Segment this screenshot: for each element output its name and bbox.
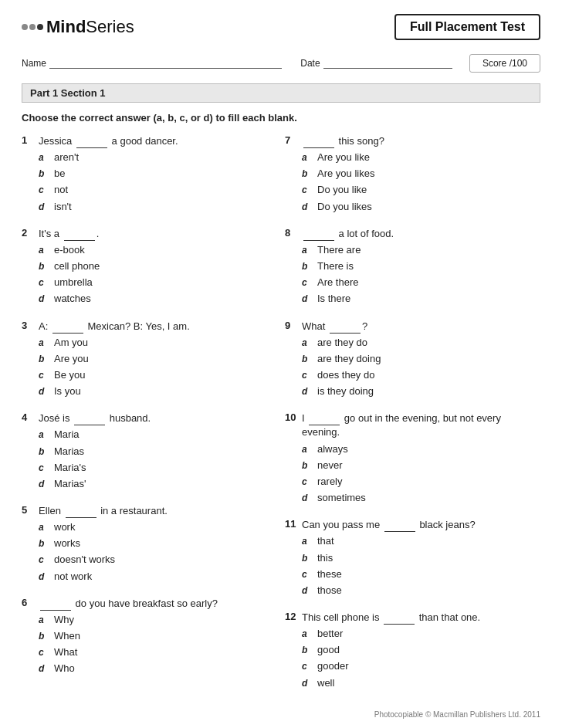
question-number: 7 — [285, 134, 302, 146]
date-field: Date — [300, 58, 452, 69]
option-row: cumbrella — [39, 275, 277, 290]
option-letter: b — [302, 352, 314, 367]
option-row: aaren't — [39, 150, 277, 165]
option-letter: a — [39, 428, 51, 442]
question-row: 2It's a . — [22, 227, 277, 241]
option-text: Marias' — [54, 476, 86, 492]
option-text: work — [54, 520, 75, 535]
option-text: these — [317, 567, 342, 582]
option-row: cAre there — [302, 275, 540, 290]
dot2 — [29, 24, 36, 30]
options-list: aworkbworkscdoesn't worksdnot work — [39, 520, 277, 584]
options-list: athatbthiscthesedthose — [302, 533, 540, 598]
option-text: Are you like — [317, 150, 370, 165]
question-number: 9 — [285, 320, 302, 331]
option-row: athat — [302, 533, 540, 549]
question-text: A: Mexican? B: Yes, I am. — [39, 320, 277, 334]
option-row: bnever — [302, 458, 540, 473]
option-text: Are you — [54, 351, 89, 367]
name-label: Name — [22, 58, 46, 69]
question-block: 6 do you have breakfast so early?aWhybWh… — [22, 597, 277, 677]
option-row: bMarias — [39, 444, 277, 459]
header: Mind Series Full Placement Test — [22, 14, 540, 40]
question-row: 4José is husband. — [22, 411, 277, 425]
option-letter: d — [302, 384, 314, 399]
questions-left-col: 1Jessica a good dancer.aaren'tbbecnotdis… — [22, 134, 285, 703]
option-letter: b — [302, 167, 314, 181]
question-text: This cell phone is than that one. — [302, 611, 540, 625]
question-text: Jessica a good dancer. — [39, 134, 277, 148]
option-text: Who — [54, 661, 75, 676]
question-row: 10I go out in the evening, but not every… — [285, 411, 540, 439]
question-row: 8 a lot of food. — [285, 227, 540, 241]
option-row: dnot work — [39, 569, 277, 584]
blank — [74, 415, 105, 425]
blank — [66, 508, 96, 518]
option-letter: a — [302, 243, 314, 258]
option-text: rarely — [317, 474, 343, 489]
option-text: sometimes — [317, 490, 366, 506]
option-text: There is — [317, 259, 354, 274]
logo-dots — [22, 24, 45, 30]
question-text: José is husband. — [39, 411, 277, 425]
option-letter: d — [39, 477, 51, 492]
dot3 — [37, 24, 43, 30]
option-text: is they doing — [317, 384, 374, 399]
option-row: bbe — [39, 166, 277, 181]
options-list: aMariabMariascMaria'sdMarias' — [39, 427, 277, 492]
option-text: Be you — [54, 367, 85, 383]
option-row: aWhy — [39, 612, 277, 628]
option-text: not work — [54, 569, 92, 584]
question-text: What ? — [302, 320, 540, 334]
option-row: aAre you like — [302, 150, 540, 165]
option-text: aren't — [54, 150, 79, 165]
option-text: never — [317, 458, 343, 473]
question-text: a lot of food. — [302, 227, 540, 241]
option-letter: d — [302, 676, 314, 691]
option-text: well — [317, 676, 334, 691]
option-letter: d — [39, 292, 51, 306]
option-letter: c — [39, 461, 51, 476]
option-text: good — [317, 642, 340, 658]
options-list: aWhybWhencWhatdWho — [39, 612, 277, 677]
option-letter: d — [302, 200, 314, 215]
option-letter: b — [302, 259, 314, 274]
option-row: disn't — [39, 199, 277, 215]
option-row: cDo you like — [302, 182, 540, 198]
option-row: dMarias' — [39, 476, 277, 492]
question-block: 7 this song?aAre you likebAre you likesc… — [285, 134, 540, 215]
option-letter: d — [39, 384, 51, 399]
question-number: 4 — [22, 411, 39, 423]
logo-series-text: Series — [86, 17, 134, 37]
option-letter: a — [39, 243, 51, 258]
question-number: 3 — [22, 320, 39, 331]
section-label: Part 1 Section 1 — [30, 87, 106, 99]
option-row: cBe you — [39, 367, 277, 383]
option-letter: c — [302, 659, 314, 674]
option-row: aAm you — [39, 335, 277, 350]
option-text: better — [317, 626, 343, 642]
option-row: bare they doing — [302, 351, 540, 367]
question-row: 6 do you have breakfast so early? — [22, 597, 277, 611]
question-number: 6 — [22, 597, 39, 608]
option-text: Maria's — [54, 460, 86, 476]
question-text: this song? — [302, 134, 540, 148]
option-row: aThere are — [302, 242, 540, 258]
option-row: cdoes they do — [302, 367, 540, 383]
question-number: 5 — [22, 504, 39, 516]
option-text: Are you likes — [317, 166, 374, 181]
option-text: umbrella — [54, 275, 93, 290]
option-letter: d — [302, 491, 314, 506]
option-letter: c — [39, 183, 51, 198]
option-text: cell phone — [54, 259, 100, 274]
test-title: Full Placement Test — [394, 14, 540, 40]
option-text: There are — [317, 242, 361, 258]
option-text: Do you likes — [317, 199, 372, 215]
section-header: Part 1 Section 1 — [22, 83, 540, 103]
name-field: Name — [22, 58, 282, 69]
instruction: Choose the correct answer (a, b, c, or d… — [22, 112, 540, 124]
blank — [40, 601, 71, 611]
question-block: 8 a lot of food.aThere arebThere iscAre … — [285, 227, 540, 307]
option-letter: b — [39, 167, 51, 181]
footer-text: Photocopiable © Macmillan Publishers Ltd… — [374, 710, 540, 719]
